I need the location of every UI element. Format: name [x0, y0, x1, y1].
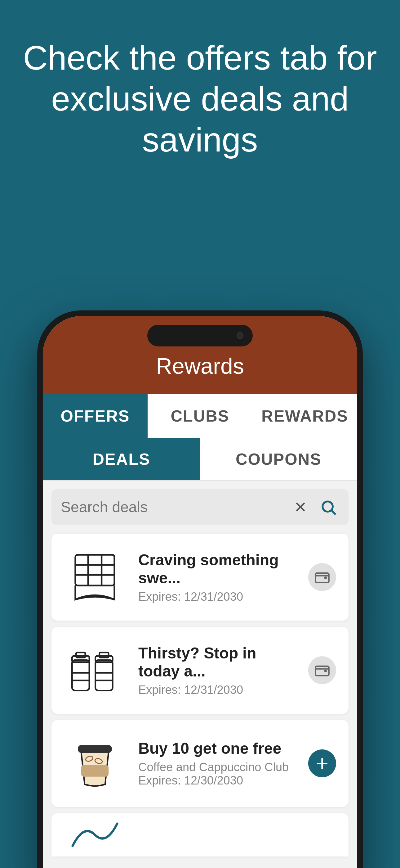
svg-line-1 — [332, 510, 336, 515]
subtab-deals[interactable]: DEALS — [43, 438, 200, 480]
deal-card-partial — [52, 813, 348, 857]
primary-tabs: OFFERS CLUBS REWARDS — [43, 394, 357, 438]
deal-wallet-button[interactable] — [308, 563, 336, 591]
phone-notch — [147, 325, 253, 346]
deal-icon-bottles — [64, 639, 126, 701]
svg-rect-19 — [79, 746, 111, 752]
deal-add-button[interactable]: + — [308, 749, 336, 777]
deal-icon-partial — [64, 813, 126, 857]
svg-rect-20 — [82, 766, 108, 776]
deal-title: Craving something swe... — [138, 551, 296, 587]
tab-clubs[interactable]: CLUBS — [147, 394, 253, 438]
camera-icon — [237, 332, 243, 339]
deal-subtitle: Coffee and Cappuccino Club — [138, 761, 296, 774]
search-input[interactable] — [61, 489, 284, 525]
app-title: Rewards — [43, 353, 357, 379]
plus-icon: + — [316, 752, 329, 774]
deal-expiry: Expires: 12/31/2030 — [138, 683, 296, 696]
tab-offers[interactable]: OFFERS — [43, 394, 147, 438]
svg-rect-2 — [75, 555, 114, 586]
deal-icon-chocolate — [64, 546, 126, 608]
deals-list: Craving something swe... Expires: 12/31/… — [43, 534, 357, 857]
deal-card[interactable]: Craving something swe... Expires: 12/31/… — [52, 534, 348, 621]
deal-expiry: Expires: 12/30/2030 — [138, 774, 296, 787]
deal-info: Buy 10 get one free Coffee and Cappuccin… — [138, 740, 296, 787]
svg-rect-13 — [96, 660, 113, 690]
close-icon[interactable]: ✕ — [290, 496, 311, 518]
deal-wallet-button[interactable] — [308, 656, 336, 684]
deal-title: Buy 10 get one free — [138, 740, 296, 757]
deal-icon-coffee — [64, 732, 126, 795]
deal-info: Thirsty? Stop in today a... Expires: 12/… — [138, 644, 296, 696]
subtab-coupons[interactable]: COUPONS — [200, 438, 357, 480]
svg-point-0 — [323, 501, 333, 512]
phone-mockup: Rewards OFFERS CLUBS REWARDS DEALS — [37, 310, 363, 868]
deal-info: Craving something swe... Expires: 12/31/… — [138, 551, 296, 603]
search-bar: ✕ — [52, 489, 348, 525]
deal-card[interactable]: Buy 10 get one free Coffee and Cappuccin… — [52, 720, 348, 807]
deal-title: Thirsty? Stop in today a... — [138, 644, 296, 680]
deal-card[interactable]: Thirsty? Stop in today a... Expires: 12/… — [52, 627, 348, 714]
secondary-tabs: DEALS COUPONS — [43, 438, 357, 480]
search-icon[interactable] — [318, 496, 339, 518]
svg-rect-8 — [72, 660, 89, 690]
hero-text: Check the offers tab for exclusive deals… — [0, 37, 400, 160]
deal-expiry: Expires: 12/31/2030 — [138, 590, 296, 603]
tab-rewards[interactable]: REWARDS — [253, 394, 357, 438]
